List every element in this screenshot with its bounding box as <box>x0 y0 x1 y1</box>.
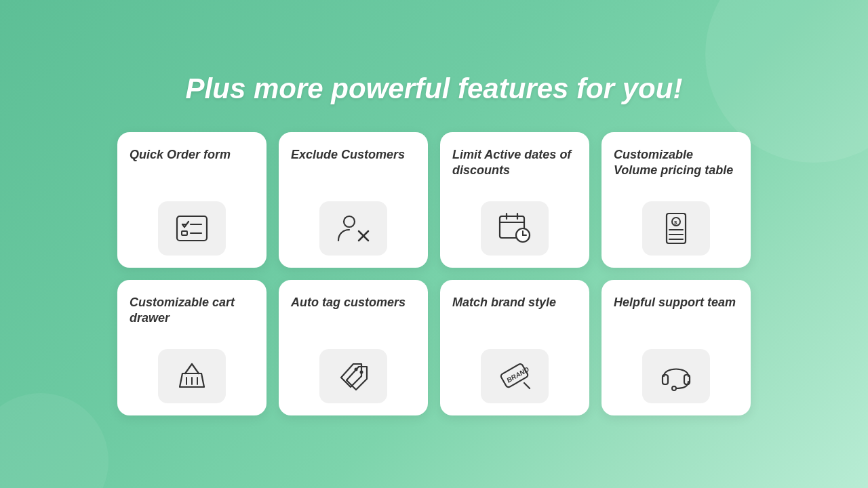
svg-line-28 <box>524 383 530 388</box>
icon-bg-limit-active-dates <box>481 201 549 256</box>
svg-rect-29 <box>663 375 668 384</box>
card-match-brand: Match brand style BRAND <box>440 280 589 415</box>
icon-bg-helpful-support <box>642 349 710 403</box>
icon-box-match-brand: BRAND <box>452 349 577 403</box>
svg-text:$: $ <box>674 220 677 226</box>
svg-point-25 <box>360 371 363 374</box>
icon-box-quick-order-form <box>130 201 254 256</box>
features-grid: Quick Order form Exclude Customers <box>117 132 751 415</box>
user-x-icon <box>334 209 372 247</box>
svg-point-5 <box>344 216 355 227</box>
card-title-customizable-cart: Customizable cart drawer <box>130 295 254 327</box>
form-checklist-icon <box>173 209 211 247</box>
tags-icon <box>334 357 372 395</box>
icon-bg-customizable-cart <box>158 349 226 403</box>
brand-tag-icon: BRAND <box>496 357 534 395</box>
svg-rect-3 <box>182 231 187 235</box>
icon-bg-match-brand: BRAND <box>481 349 549 403</box>
icon-box-customizable-cart <box>130 349 254 403</box>
calendar-clock-icon <box>496 209 534 247</box>
svg-point-31 <box>672 386 676 390</box>
card-title-limit-active-dates: Limit Active dates of discounts <box>452 147 577 179</box>
card-customizable-cart: Customizable cart drawer <box>117 280 267 415</box>
card-title-match-brand: Match brand style <box>452 295 556 310</box>
page-title: Plus more powerful features for you! <box>186 73 683 105</box>
headset-icon <box>657 357 695 395</box>
card-title-exclude-customers: Exclude Customers <box>291 147 405 163</box>
price-table-icon: $ <box>657 209 695 247</box>
icon-box-helpful-support <box>614 349 738 403</box>
icon-box-auto-tag <box>291 349 416 403</box>
card-title-customizable-volume: Customizable Volume pricing table <box>614 147 738 179</box>
shopping-basket-icon <box>173 357 211 395</box>
icon-bg-quick-order-form <box>158 201 226 256</box>
icon-box-exclude-customers <box>291 201 416 256</box>
card-title-quick-order-form: Quick Order form <box>130 147 231 163</box>
card-title-helpful-support: Helpful support team <box>614 295 736 310</box>
card-customizable-volume: Customizable Volume pricing table $ <box>601 132 751 268</box>
svg-rect-0 <box>177 216 207 241</box>
icon-bg-exclude-customers <box>319 201 387 256</box>
card-exclude-customers: Exclude Customers <box>279 132 428 268</box>
icon-bg-auto-tag <box>319 349 387 403</box>
icon-box-limit-active-dates <box>452 201 577 256</box>
card-quick-order-form: Quick Order form <box>117 132 267 268</box>
svg-text:BRAND: BRAND <box>505 365 530 384</box>
icon-bg-customizable-volume: $ <box>642 201 710 256</box>
card-title-auto-tag: Auto tag customers <box>291 295 406 310</box>
card-limit-active-dates: Limit Active dates of discounts <box>440 132 589 268</box>
icon-box-customizable-volume: $ <box>614 201 738 256</box>
card-helpful-support: Helpful support team <box>601 280 751 415</box>
card-auto-tag: Auto tag customers <box>279 280 428 415</box>
